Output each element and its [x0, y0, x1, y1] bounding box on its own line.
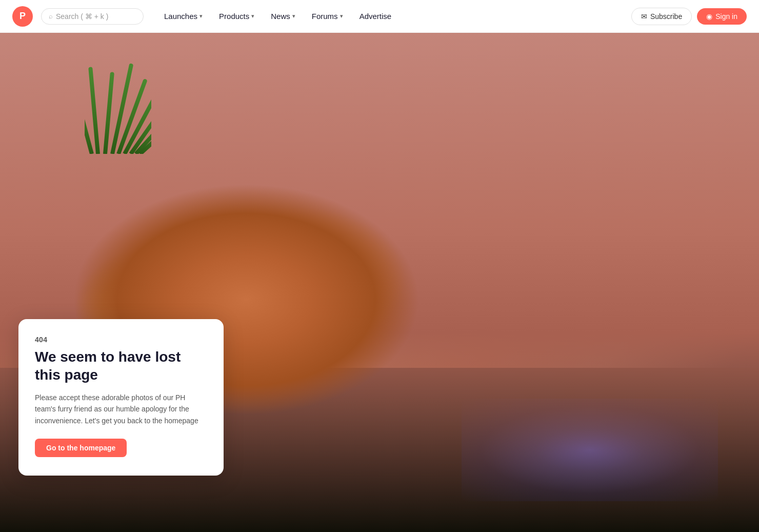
- nav-forums-label: Forums: [312, 12, 338, 21]
- go-to-homepage-button[interactable]: Go to the homepage: [35, 439, 127, 457]
- hero-section: 404 We seem to have lost this page Pleas…: [0, 0, 759, 532]
- nav-advertise[interactable]: Advertise: [351, 8, 400, 25]
- subscribe-icon: ✉: [641, 12, 647, 21]
- chevron-down-icon: ▾: [199, 13, 203, 19]
- error-title: We seem to have lost this page: [35, 348, 207, 384]
- signin-button[interactable]: ◉ Sign in: [697, 8, 747, 25]
- nav-launches-label: Launches: [164, 12, 197, 21]
- error-card: 404 We seem to have lost this page Pleas…: [18, 319, 224, 476]
- search-icon: ⌕: [49, 12, 53, 20]
- nav-news[interactable]: News ▾: [263, 8, 304, 25]
- monitor-stand: [605, 33, 759, 289]
- error-code: 404: [35, 336, 207, 344]
- signin-icon: ◉: [706, 12, 712, 21]
- logo-letter: P: [19, 11, 26, 22]
- signin-label: Sign in: [715, 12, 737, 21]
- error-description: Please accept these adorable photos of o…: [35, 392, 207, 426]
- nav-launches[interactable]: Launches ▾: [156, 8, 211, 25]
- nav-products[interactable]: Products ▾: [211, 8, 263, 25]
- nav-advertise-label: Advertise: [359, 12, 392, 21]
- nav-news-label: News: [271, 12, 290, 21]
- chevron-down-icon: ▾: [251, 13, 254, 19]
- keyboard-glow: [462, 399, 718, 501]
- nav-forums[interactable]: Forums ▾: [304, 8, 351, 25]
- navbar: P ⌕ Search ( ⌘ + k ) Launches ▾ Products…: [0, 0, 759, 33]
- subscribe-label: Subscribe: [650, 12, 682, 21]
- subscribe-button[interactable]: ✉ Subscribe: [631, 8, 692, 25]
- search-placeholder: Search ( ⌘ + k ): [56, 12, 108, 21]
- nav-links: Launches ▾ Products ▾ News ▾ Forums ▾ Ad…: [156, 8, 400, 25]
- search-box[interactable]: ⌕ Search ( ⌘ + k ): [41, 8, 144, 25]
- nav-products-label: Products: [219, 12, 249, 21]
- logo[interactable]: P: [12, 6, 33, 27]
- nav-right: ✉ Subscribe ◉ Sign in: [631, 8, 747, 25]
- chevron-down-icon: ▾: [292, 13, 295, 19]
- chevron-down-icon: ▾: [340, 13, 343, 19]
